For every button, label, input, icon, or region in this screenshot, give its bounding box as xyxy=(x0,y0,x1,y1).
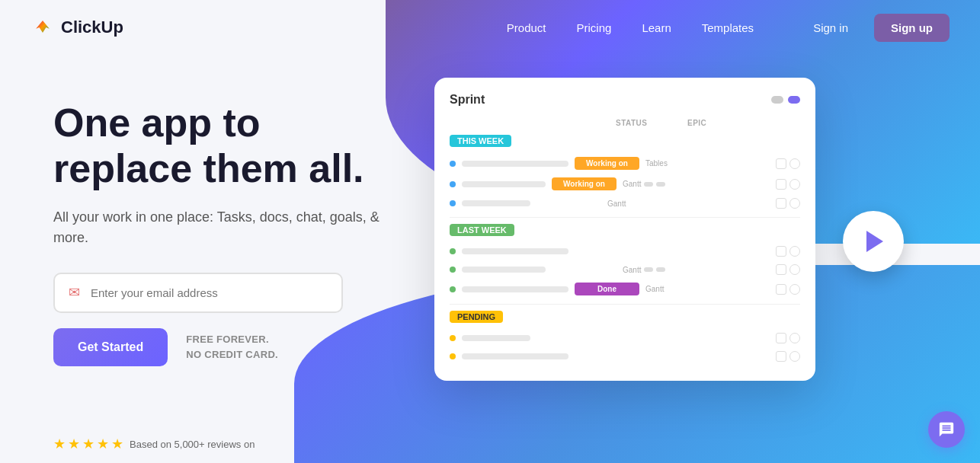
sprint-title: Sprint xyxy=(450,93,485,107)
star-4: ★ xyxy=(97,436,109,452)
table-row: Gantt xyxy=(450,194,800,212)
star-5: ★ xyxy=(111,436,123,452)
task-dot xyxy=(450,353,456,359)
nav-links: Product Pricing Learn Templates xyxy=(495,15,766,40)
sprint-header: Sprint xyxy=(450,93,800,107)
hero-left: One app to replace them all. All your wo… xyxy=(53,85,404,366)
divider xyxy=(450,217,800,218)
cta-row: Get Started FREE FOREVER. NO CREDIT CARD… xyxy=(53,328,404,366)
task-bar xyxy=(462,353,568,359)
task-bar xyxy=(462,248,568,254)
check-boxes xyxy=(776,333,800,343)
status-pill: Working on xyxy=(575,157,639,170)
col-headers: STATUS EPIC xyxy=(450,119,800,127)
logo-text: ClickUp xyxy=(61,18,123,37)
toggle-dot-2 xyxy=(788,96,800,104)
navbar: ClickUp Product Pricing Learn Templates … xyxy=(0,0,980,55)
nav-learn[interactable]: Learn xyxy=(629,15,683,40)
epic-area: Gantt xyxy=(645,285,714,293)
free-note: FREE FOREVER. NO CREDIT CARD. xyxy=(186,332,278,362)
email-form[interactable]: ✉ xyxy=(53,273,343,313)
play-button[interactable] xyxy=(843,211,904,272)
nav-product[interactable]: Product xyxy=(495,15,559,40)
logo[interactable]: ClickUp xyxy=(30,15,123,40)
sprint-toggles xyxy=(771,96,800,104)
task-dot xyxy=(450,181,456,187)
badge-thisweek: THIS WEEK xyxy=(450,135,511,147)
table-row xyxy=(450,242,800,260)
epic-area: Gantt xyxy=(607,200,676,208)
section-lastweek: LAST WEEK Gantt xyxy=(450,222,800,299)
reviews-row: ★ ★ ★ ★ ★ Based on 5,000+ reviews on xyxy=(53,436,255,452)
badge-lastweek: LAST WEEK xyxy=(450,224,514,236)
review-text: Based on 5,000+ reviews on xyxy=(130,439,255,450)
star-3: ★ xyxy=(82,436,94,452)
hero-section: One app to replace them all. All your wo… xyxy=(0,55,980,381)
hero-right: Sprint STATUS EPIC THIS WEEK xyxy=(434,78,927,381)
email-input[interactable] xyxy=(88,277,335,308)
hero-title: One app to replace them all. xyxy=(53,101,404,192)
signin-button[interactable]: Sign in xyxy=(796,14,865,42)
table-row xyxy=(450,329,800,347)
toggle-dot-1 xyxy=(771,96,783,104)
check-boxes xyxy=(776,246,800,257)
hero-subtitle: All your work in one place: Tasks, docs,… xyxy=(53,207,404,248)
status-pill: Done xyxy=(575,283,639,295)
epic-area: Gantt xyxy=(623,180,691,188)
task-bar xyxy=(462,335,530,341)
check-boxes xyxy=(776,351,800,362)
logo-icon xyxy=(30,15,55,40)
table-row xyxy=(450,347,800,366)
task-bar xyxy=(462,286,568,292)
task-dot xyxy=(450,161,456,167)
chat-icon xyxy=(938,421,955,438)
epic-area: Gantt xyxy=(623,266,691,274)
task-bar xyxy=(462,267,546,273)
chat-bubble[interactable] xyxy=(928,411,965,448)
check-boxes xyxy=(776,198,800,209)
task-dot xyxy=(450,286,456,292)
get-started-button[interactable]: Get Started xyxy=(53,328,168,366)
task-dot xyxy=(450,267,456,273)
task-bar xyxy=(462,200,530,206)
nav-templates[interactable]: Templates xyxy=(690,15,766,40)
email-icon: ✉ xyxy=(69,284,80,301)
task-bar xyxy=(462,181,546,187)
section-thisweek: THIS WEEK Working on Tables xyxy=(450,133,800,212)
col-header-status: STATUS xyxy=(616,119,684,127)
task-bar xyxy=(462,161,568,167)
task-dot xyxy=(450,200,456,206)
table-row: Working on Tables xyxy=(450,153,800,174)
table-row: Gantt xyxy=(450,260,800,279)
sprint-card: Sprint STATUS EPIC THIS WEEK xyxy=(434,78,815,381)
epic-area: Tables xyxy=(645,159,714,168)
check-boxes xyxy=(776,158,800,169)
check-boxes xyxy=(776,284,800,295)
check-boxes xyxy=(776,179,800,190)
play-triangle-icon xyxy=(866,231,883,252)
status-pill: Working on xyxy=(552,177,617,190)
star-1: ★ xyxy=(53,436,66,452)
signup-button[interactable]: Sign up xyxy=(874,14,950,42)
divider xyxy=(450,304,800,305)
nav-pricing[interactable]: Pricing xyxy=(565,15,624,40)
star-2: ★ xyxy=(68,436,80,452)
badge-pending: PENDING xyxy=(450,311,503,323)
stars: ★ ★ ★ ★ ★ xyxy=(53,436,123,452)
nav-actions: Sign in Sign up xyxy=(796,14,950,42)
check-boxes xyxy=(776,264,800,275)
table-row: Done Gantt xyxy=(450,279,800,299)
table-row: Working on Gantt xyxy=(450,174,800,194)
section-pending: PENDING xyxy=(450,309,800,366)
task-dot xyxy=(450,248,456,254)
col-header-epic: EPIC xyxy=(687,119,748,127)
task-dot xyxy=(450,335,456,341)
